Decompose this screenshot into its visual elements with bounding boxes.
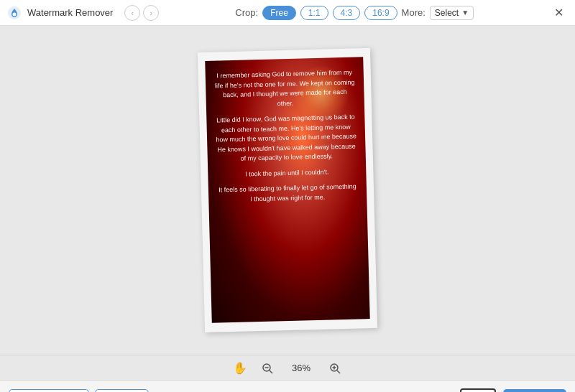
arrow-icon bbox=[460, 388, 496, 393]
close-button[interactable]: ✕ bbox=[550, 4, 568, 21]
back-button[interactable]: Back bbox=[95, 389, 149, 392]
app-title: Watermark Remover bbox=[27, 7, 113, 18]
select-dropdown[interactable]: Select ▼ bbox=[430, 6, 474, 20]
more-label: More: bbox=[402, 7, 426, 18]
crop-4-3-btn[interactable]: 4:3 bbox=[333, 6, 361, 20]
image-content: I remember asking God to remove him from… bbox=[205, 57, 369, 323]
svg-line-6 bbox=[337, 370, 340, 373]
canvas-area: I remember asking God to remove him from… bbox=[0, 26, 575, 355]
zoom-toolbar: ✋ 36% bbox=[0, 355, 575, 381]
footer-right: Save bbox=[460, 388, 566, 393]
forward-arrow-btn[interactable]: › bbox=[143, 5, 159, 21]
zoom-in-btn[interactable] bbox=[327, 360, 343, 376]
zoom-percent: 36% bbox=[287, 363, 316, 373]
footer-left: New Image Back bbox=[9, 389, 149, 392]
crop-free-btn[interactable]: Free bbox=[262, 6, 296, 20]
new-image-button[interactable]: New Image bbox=[9, 389, 89, 392]
svg-line-3 bbox=[270, 370, 272, 373]
image-text-3: I took the pain until I couldn't. bbox=[245, 167, 329, 179]
hand-tool-btn[interactable]: ✋ bbox=[232, 360, 248, 376]
image-container: I remember asking God to remove him from… bbox=[201, 50, 374, 330]
toolbar-center: Crop: Free 1:1 4:3 16:9 More: Select ▼ bbox=[235, 6, 474, 20]
svg-point-1 bbox=[13, 12, 17, 16]
svg-rect-9 bbox=[461, 389, 495, 393]
back-arrow-btn[interactable]: ‹ bbox=[124, 5, 140, 21]
image-text-2: Little did I know, God was magnetting us… bbox=[215, 112, 357, 164]
right-arrow-icon bbox=[460, 388, 496, 393]
paper-frame: I remember asking God to remove him from… bbox=[198, 48, 377, 332]
image-text-1: I remember asking God to remove him from… bbox=[214, 67, 356, 110]
select-label: Select bbox=[435, 8, 459, 18]
save-button[interactable]: Save bbox=[503, 389, 566, 393]
dropdown-arrow-icon: ▼ bbox=[461, 9, 469, 17]
zoom-out-btn[interactable] bbox=[259, 360, 275, 376]
crop-16-9-btn[interactable]: 16:9 bbox=[364, 6, 397, 20]
title-left: Watermark Remover ‹ › bbox=[7, 5, 159, 21]
title-bar: Watermark Remover ‹ › Crop: Free 1:1 4:3… bbox=[0, 0, 575, 26]
crop-label: Crop: bbox=[235, 7, 258, 18]
footer-bar: New Image Back Save bbox=[0, 381, 575, 392]
app-logo-icon bbox=[7, 6, 22, 20]
crop-1-1-btn[interactable]: 1:1 bbox=[300, 6, 328, 20]
image-text-4: It feels so liberating to finally let go… bbox=[217, 182, 359, 205]
nav-arrows: ‹ › bbox=[124, 5, 159, 21]
